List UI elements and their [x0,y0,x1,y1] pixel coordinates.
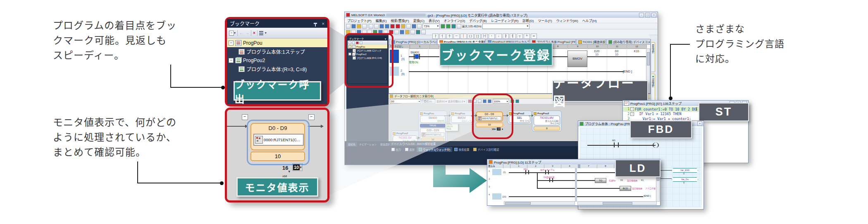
ladder-symbol-button[interactable]: ┬ [517,34,523,39]
menu-diagnostics[interactable]: 診断(D) [522,18,534,23]
ladder-symbol-button[interactable]: ├┤ [482,34,488,39]
dataflow-group[interactable]: ProgPou BMOV1ステップ [449,111,474,124]
ladder-symbol-button[interactable]: │ [460,34,467,39]
module-field[interactable]: 0000:RJ71EN71(C... [253,134,304,146]
tree-item-bookmark2[interactable]: プログラム本体:(R=3, C=8) [227,65,327,73]
zoom-out-icon[interactable] [488,99,491,103]
minimize-button[interactable]: – [639,13,644,17]
radix-16-selector[interactable]: 16 ±bit ▾ [282,164,290,179]
ladder-symbol-button[interactable]: ( ) [467,34,474,39]
collapse-icon[interactable]: − [229,58,234,63]
forward-icon[interactable]: → [245,31,249,35]
ladder-symbol-button[interactable]: ↓ [496,34,502,39]
close-icon[interactable]: × [322,21,324,26]
cursor-icon[interactable] [473,99,477,103]
ladder-symbol-button[interactable]: [ ] [475,34,481,39]
bookmark-recall-button[interactable]: ブックマーク呼出 [234,81,321,101]
toolbar-icon[interactable] [406,24,411,29]
collapse-icon[interactable]: − [242,114,248,120]
toolbar-icon[interactable] [351,24,356,29]
close-button[interactable]: × [651,13,656,17]
ld-hscrollbar[interactable] [504,201,575,205]
toolbar-icon[interactable] [451,24,456,29]
toolbar-icon[interactable] [446,24,451,29]
pin-icon[interactable] [314,23,317,24]
zoom-in-icon[interactable] [483,99,486,103]
close-button[interactable]: × [697,121,702,126]
connect-button[interactable]: 接続(S)... [422,99,435,104]
dock-tab[interactable]: ナビゲーション [358,142,378,147]
output-tab[interactable]: 検索結果 [452,147,471,152]
doc-tab[interactable]: TIC001 [構造体設定] [576,39,606,44]
dataflow-group[interactable]: ProgPou2 TIC001.MV書き込み(自動)R=1,C=8 0 [532,111,562,132]
toolbar-icon[interactable] [417,24,422,29]
toolbar-icon[interactable] [357,24,361,29]
menu-help[interactable]: ヘルプ(H) [582,18,597,23]
toolbar-icon[interactable] [374,24,379,29]
fbd-variable[interactable]: Var_Do [672,177,698,182]
toolbar-icon[interactable] [348,41,351,44]
ld-hscrollbar[interactable] [577,201,657,205]
toolbar-icon[interactable] [390,24,395,29]
toolbar-icon[interactable] [401,24,405,29]
output-tab[interactable]: 出力 [389,147,403,152]
ladder-symbol-button[interactable]: ↑ [489,34,495,39]
doc-tab[interactable]: ProgPou [PRG] [ローカルラベル設... [389,39,437,44]
toolbar-icon[interactable] [441,24,445,29]
output-tab-active[interactable]: ウォッチ1(ウォッチ中) [417,147,452,152]
search-combo[interactable]: ▾ [482,24,529,29]
delete-bookmark-icon[interactable]: × [253,31,255,35]
mini-pin-icon[interactable]: ▾ [385,37,386,40]
menu-project[interactable]: プロジェクト(P) [347,18,372,23]
toolbar-icon[interactable] [346,24,351,29]
menu-search[interactable]: 検索/置換(F) [391,18,409,23]
menu-edit[interactable]: 編集(E) [376,18,387,23]
zoom-combo[interactable]: 73%▾ [422,24,440,29]
toolbar-icon[interactable] [360,41,362,44]
menu-window[interactable]: ウィンドウ(W) [556,18,578,23]
ladder-selection-block[interactable] [390,50,399,63]
bmov-instruction[interactable]: BMOV [568,51,587,67]
pan-hand-icon[interactable] [478,99,482,103]
side-tab[interactable]: 要素選択 [651,42,655,72]
toolbar-icon[interactable] [369,24,373,29]
monitor-node[interactable]: D0 - D9 0000:RJ71EN71(C... [250,123,305,150]
to-instruction[interactable]: TO [595,178,606,183]
menu-recording[interactable]: レコーディング(R) [491,18,519,23]
menu-tool[interactable]: ツール(T) [538,18,552,23]
toolbar-icon[interactable] [510,99,514,103]
ladder-symbol-button[interactable]: ┼ [446,34,453,39]
toolbar-icon[interactable] [379,24,384,29]
collapse-icon[interactable]: − [229,41,234,46]
menu-view[interactable]: 表示(V) [429,18,440,23]
toolbar-icon[interactable] [412,24,416,29]
output-tab[interactable]: 進捗 [403,147,417,152]
mini-tree-item[interactable]: −ProgPou2 [348,52,387,56]
tree-item-progpou2[interactable]: −ProgPou2 [227,56,327,65]
ladder-symbol-button[interactable]: ╢ [510,34,516,39]
toolbar-icon[interactable] [396,24,400,29]
output-tab[interactable]: デバイス割付確認 [471,147,501,152]
dataflow-node-d0d9[interactable]: D0 - D9 0000:RJ71EN71(C... 10 16▾ 10▾ [476,111,503,130]
dataflow-zoom-combo[interactable]: 100%▾ [493,99,509,104]
ladder-symbol-button[interactable]: ─ [453,34,460,39]
ladder-symbol-button[interactable]: ═ [531,34,537,39]
bookmark-panel-titlebar[interactable]: ブックマーク × [227,19,327,28]
bcd-instruction[interactable]: BCD [620,186,631,191]
maximize-button[interactable]: ▢ [645,13,650,17]
row-count-button[interactable]: 表示行数(L) 2 ▾ [448,99,465,103]
monitor-value-button[interactable]: モニタ値表示 [236,177,318,197]
contact-icon[interactable] [419,54,420,59]
dock-tab[interactable]: 接続先 [346,142,357,147]
toolbar-icon[interactable] [515,99,519,103]
toolbar-icon[interactable] [457,24,461,29]
mini-tree-item[interactable]: プログラム本体:(R=3, C=8) [348,56,387,60]
ld-cell[interactable] [492,193,501,200]
mini-tree-item[interactable]: プログラム本体:1ステップ [348,48,387,52]
sort-icon[interactable] [259,31,263,35]
tree-item-bookmark[interactable]: プログラム本体:1ステップ [227,47,327,56]
collapse-icon[interactable]: − [308,114,315,120]
back-icon[interactable]: ← [239,31,243,35]
dataflow-group[interactable]: ProgPou2 SELR=3, C=1 [507,111,532,124]
sort-dropdown-icon[interactable]: ▾ [265,31,267,35]
